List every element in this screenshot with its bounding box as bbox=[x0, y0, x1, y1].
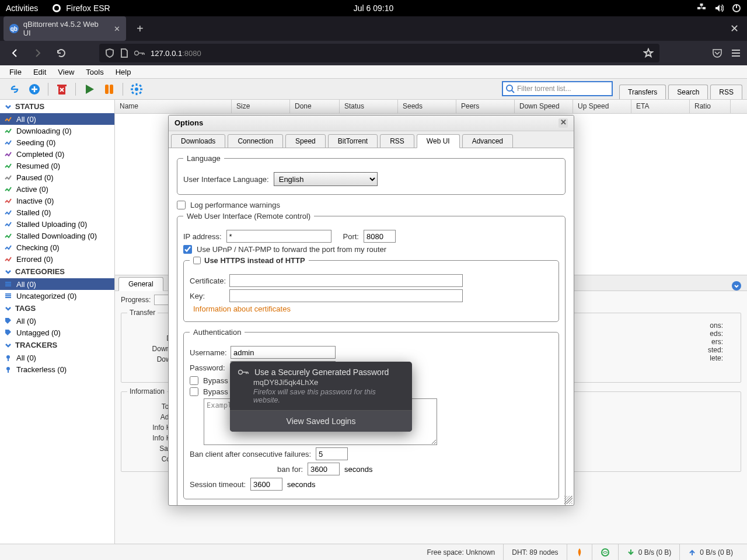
sidebar-item[interactable]: Errored (0) bbox=[0, 253, 114, 265]
filter-input[interactable] bbox=[515, 85, 609, 93]
details-tab-general[interactable]: General bbox=[118, 277, 163, 291]
bypass-subnet-checkbox[interactable] bbox=[190, 387, 198, 396]
tab-rss[interactable]: RSS bbox=[710, 85, 742, 99]
session-timeout-input[interactable] bbox=[250, 478, 282, 491]
tab-transfers[interactable]: Transfers bbox=[619, 85, 666, 99]
column-header[interactable]: Status bbox=[340, 100, 398, 113]
sidebar-item[interactable]: Downloading (0) bbox=[0, 125, 114, 136]
status-alt-speed[interactable] bbox=[567, 544, 592, 560]
ban-fail-input[interactable] bbox=[316, 447, 348, 460]
pocket-icon[interactable] bbox=[712, 48, 722, 58]
options-tab[interactable]: Downloads bbox=[171, 134, 225, 148]
menu-help[interactable]: Help bbox=[110, 66, 137, 78]
status-download[interactable]: 0 B/s (0 B) bbox=[618, 544, 680, 560]
sidebar-status-header[interactable]: STATUS bbox=[0, 100, 114, 113]
sidebar-item[interactable]: Seeding (0) bbox=[0, 136, 114, 148]
https-checkbox[interactable] bbox=[193, 257, 201, 264]
url-bar[interactable]: 127.0.0.1:8080 bbox=[99, 44, 659, 62]
options-tab[interactable]: Advanced bbox=[462, 134, 513, 148]
sidebar-item[interactable]: Inactive (0) bbox=[0, 195, 114, 206]
dialog-titlebar[interactable]: Options ✕ bbox=[169, 116, 574, 131]
bookmark-star-icon[interactable] bbox=[643, 48, 654, 58]
collapse-details-icon[interactable] bbox=[732, 281, 741, 290]
tab-search[interactable]: Search bbox=[668, 85, 708, 99]
hamburger-menu-icon[interactable] bbox=[731, 48, 741, 58]
torrent-table-header[interactable]: NameSizeDoneStatusSeedsPeersDown SpeedUp… bbox=[115, 100, 747, 114]
cert-info-link[interactable]: Information about certificates bbox=[190, 304, 291, 313]
options-tab[interactable]: Speed bbox=[285, 134, 326, 148]
pw-popup-password[interactable]: mqDY8Ji5qk4LhXe bbox=[230, 378, 412, 388]
sidebar-item[interactable]: All (0) bbox=[0, 352, 114, 363]
column-header[interactable]: ETA bbox=[631, 100, 690, 113]
cert-input[interactable] bbox=[229, 274, 463, 287]
delete-button[interactable] bbox=[54, 82, 69, 97]
upnp-checkbox[interactable] bbox=[183, 245, 192, 254]
sidebar-item-label: All (0) bbox=[16, 354, 36, 362]
sidebar-item[interactable]: Completed (0) bbox=[0, 148, 114, 160]
sidebar-item[interactable]: Active (0) bbox=[0, 183, 114, 195]
ui-language-select[interactable]: English bbox=[274, 172, 378, 186]
add-torrent-button[interactable] bbox=[27, 82, 42, 97]
column-header[interactable]: Done bbox=[290, 100, 340, 113]
column-header[interactable]: Name bbox=[115, 100, 232, 113]
options-tab[interactable]: Connection bbox=[228, 134, 283, 148]
sidebar-item[interactable]: Untagged (0) bbox=[0, 327, 114, 338]
sidebar-trackers-header[interactable]: TRACKERS bbox=[0, 338, 114, 352]
menu-file[interactable]: File bbox=[4, 66, 27, 78]
status-connection[interactable] bbox=[592, 544, 618, 560]
sidebar-item[interactable]: Paused (0) bbox=[0, 172, 114, 183]
log-perf-warnings-checkbox[interactable] bbox=[177, 201, 186, 209]
port-input[interactable] bbox=[364, 230, 396, 243]
new-tab-button[interactable]: + bbox=[132, 22, 148, 36]
status-upload[interactable]: 0 B/s (0 B) bbox=[679, 544, 741, 560]
menu-tools[interactable]: Tools bbox=[80, 66, 109, 78]
menu-edit[interactable]: Edit bbox=[27, 66, 52, 78]
options-tab[interactable]: BitTorrent bbox=[328, 134, 378, 148]
bypass-local-checkbox[interactable] bbox=[190, 376, 198, 385]
menu-view[interactable]: View bbox=[52, 66, 80, 78]
system-tray[interactable] bbox=[697, 4, 741, 13]
app-menu[interactable]: Firefox ESR bbox=[52, 4, 110, 13]
status-icon bbox=[4, 254, 13, 264]
column-header[interactable]: Peers bbox=[456, 100, 515, 113]
column-header[interactable]: Up Speed bbox=[573, 100, 631, 113]
pause-button[interactable] bbox=[102, 82, 117, 97]
column-header[interactable]: Seeds bbox=[398, 100, 456, 113]
sidebar-item[interactable]: Stalled Uploading (0) bbox=[0, 218, 114, 230]
sidebar-item[interactable]: All (0) bbox=[0, 315, 114, 327]
sidebar-categories-header[interactable]: CATEGORIES bbox=[0, 265, 114, 278]
window-close-button[interactable]: ✕ bbox=[725, 22, 743, 35]
column-header[interactable]: Down Speed bbox=[515, 100, 573, 113]
settings-button[interactable] bbox=[129, 82, 144, 97]
sidebar-item[interactable]: Checking (0) bbox=[0, 242, 114, 253]
options-tab[interactable]: Web UI bbox=[417, 134, 460, 148]
pw-popup-title[interactable]: Use a Securely Generated Password bbox=[254, 368, 389, 377]
column-header[interactable]: Size bbox=[232, 100, 290, 113]
sidebar-item[interactable]: Stalled (0) bbox=[0, 206, 114, 218]
sidebar-item[interactable]: Uncategorized (0) bbox=[0, 290, 114, 302]
sidebar-item[interactable]: All (0) bbox=[0, 278, 114, 290]
ip-input[interactable] bbox=[226, 230, 331, 243]
tab-close-icon[interactable]: ✕ bbox=[114, 24, 120, 33]
username-input[interactable] bbox=[231, 346, 336, 359]
view-saved-logins-button[interactable]: View Saved Logins bbox=[230, 411, 412, 432]
key-input[interactable] bbox=[229, 289, 463, 302]
sidebar-item[interactable]: Stalled Downloading (0) bbox=[0, 230, 114, 242]
filter-search[interactable] bbox=[502, 81, 613, 96]
resume-button[interactable] bbox=[82, 82, 97, 97]
sidebar-tags-header[interactable]: TAGS bbox=[0, 302, 114, 315]
browser-tab[interactable]: qb qBittorrent v4.5.2 Web UI ✕ bbox=[4, 16, 126, 41]
back-button[interactable] bbox=[6, 44, 23, 62]
sidebar-item[interactable]: Resumed (0) bbox=[0, 160, 114, 172]
dialog-close-icon[interactable]: ✕ bbox=[558, 118, 568, 128]
column-header[interactable]: Ratio bbox=[690, 100, 731, 113]
add-link-button[interactable] bbox=[7, 82, 22, 97]
sidebar-item[interactable]: All (0) bbox=[0, 113, 114, 125]
dialog-resize-handle[interactable] bbox=[564, 496, 573, 504]
sidebar-item[interactable]: Trackerless (0) bbox=[0, 363, 114, 375]
ban-for-input[interactable] bbox=[308, 463, 340, 475]
reload-button[interactable] bbox=[53, 44, 70, 62]
clock[interactable]: Jul 6 09:10 bbox=[354, 4, 394, 13]
activities-button[interactable]: Activities bbox=[6, 4, 38, 13]
options-tab[interactable]: RSS bbox=[380, 134, 414, 148]
